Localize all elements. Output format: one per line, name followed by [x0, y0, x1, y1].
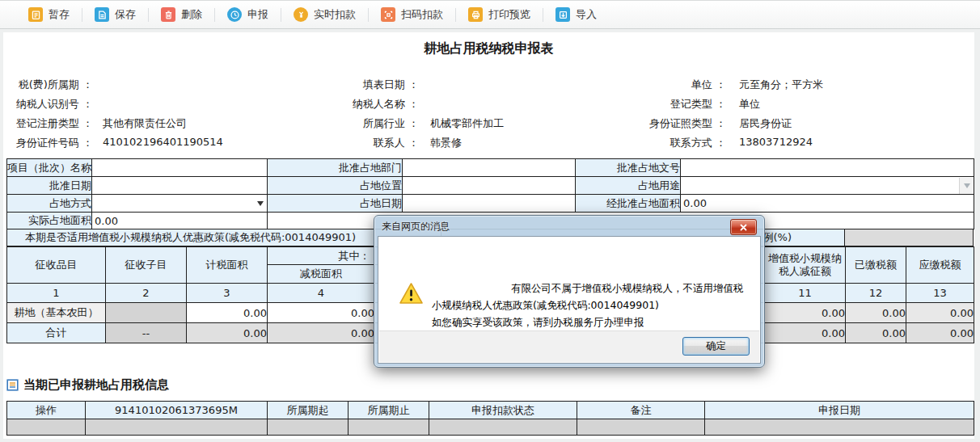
toolbar-button-label: 导入	[576, 7, 597, 22]
col-header-vat-reduction: 增值税小规模纳税人减征额	[765, 247, 846, 284]
approve-date-input[interactable]	[92, 178, 267, 194]
contact-person-label: 联系人 ：	[262, 136, 419, 150]
toolbar-button-scan-deduct[interactable]: 扫码扣款	[370, 4, 454, 25]
unit-value: 元至角分；平方米	[739, 78, 823, 92]
toolbar-button-save[interactable]: 保存	[84, 4, 146, 25]
dialog-message-line: 有限公司不属于增值税小规模纳税人，不适用增值税	[432, 280, 744, 297]
approve-dept-input[interactable]	[403, 160, 575, 176]
print-preview-icon	[468, 7, 483, 22]
unit-label: 单位 ：	[561, 78, 726, 92]
delete-icon	[161, 7, 175, 22]
toolbar-button-declare[interactable]: 申报	[217, 4, 279, 25]
ok-button[interactable]: 确定	[682, 337, 750, 356]
land-use-label: 占地用途	[576, 177, 681, 195]
col-num-12: 12	[846, 284, 906, 303]
toolbar-separator	[214, 8, 215, 22]
land-location-input[interactable]	[403, 178, 575, 194]
dialog-footer: 确定	[379, 330, 759, 362]
approve-doc-no-label: 批准占地文号	[576, 159, 681, 177]
taxable-area-cell[interactable]: 0.00	[187, 303, 268, 323]
col-header-paid: 已缴税额	[846, 247, 906, 284]
vat-reduction-rate-cell	[844, 229, 974, 246]
land-use-select[interactable]	[681, 178, 974, 194]
realtime-deduct-icon	[294, 7, 308, 22]
id-number-value: 410102196401190514	[103, 136, 223, 148]
toolbar-separator	[281, 8, 281, 22]
col-num-1: 1	[7, 284, 106, 303]
payable-tax-cell: 0.00	[906, 303, 974, 323]
import-icon	[555, 7, 570, 22]
project-name-input[interactable]	[92, 160, 267, 176]
approved-area-input[interactable]	[681, 196, 974, 212]
toolbar-button-import[interactable]: 导入	[545, 4, 607, 25]
info-row: 税(费)所属期 ： 填表日期 ： 单位 ：元至角分；平方米	[3, 78, 974, 97]
col-header-payable: 应缴税额	[906, 247, 974, 284]
col-header-item: 征收品目	[7, 247, 106, 284]
approve-doc-no-input[interactable]	[681, 160, 974, 176]
row-name: 合计	[7, 323, 106, 343]
webpage-message-dialog: 来自网页的消息 有限公司不属于增值税小规模纳税人，不适用增值税 小规模纳税人优惠…	[374, 215, 765, 368]
toolbar-separator	[455, 8, 456, 22]
declared-col-taxpayer-id: 91410102061373695M	[86, 402, 268, 419]
dialog-message: 有限公司不属于增值税小规模纳税人，不适用增值税 小规模纳税人优惠政策(减免税代码…	[432, 280, 744, 330]
info-row: 登记注册类型 ：其他有限责任公司 所属行业 ：机械零部件加工 身份证照类型 ：居…	[3, 116, 974, 136]
occupy-method-select[interactable]	[92, 196, 267, 212]
toolbar-button-delete[interactable]: 删除	[150, 4, 213, 25]
declared-empty-row	[7, 419, 974, 436]
toolbar-button-realtime-deduct[interactable]: 实时扣款	[283, 4, 366, 25]
id-card-type-value: 居民身份证	[739, 116, 792, 131]
id-number-label: 身份证件号码 ：	[3, 136, 93, 150]
occupy-method-label: 占地方式	[7, 195, 92, 213]
close-button[interactable]	[730, 219, 757, 235]
toolbar-button-label: 删除	[181, 7, 202, 22]
vat-reduction-total: 0.00	[765, 323, 846, 343]
land-location-label: 占地位置	[268, 177, 403, 195]
toolbar-button-label: 实时扣款	[314, 7, 356, 22]
declared-section-title: 当期已申报耕地占用税信息	[23, 377, 169, 393]
declared-col-period-start: 所属期起	[268, 402, 348, 419]
toolbar-button-label: 申报	[247, 7, 268, 22]
approve-dept-label: 批准占地部门	[268, 159, 403, 177]
declared-table: 操作 91410102061373695M 所属期起 所属期止 申报扣款状态 备…	[6, 401, 974, 436]
occupy-date-input[interactable]	[403, 196, 575, 212]
col-num-2: 2	[106, 284, 187, 303]
save-icon	[95, 7, 109, 22]
toolbar-separator	[82, 8, 82, 22]
fill-date-label: 填表日期 ：	[262, 78, 419, 92]
reduced-area-total: 0.00	[268, 323, 375, 343]
register-category-value: 其他有限责任公司	[103, 116, 187, 131]
dropdown-arrow-icon	[257, 201, 264, 209]
industry-label: 所属行业 ：	[262, 116, 419, 131]
info-row: 纳税人识别号 ： 纳税人名称 ： 登记类型 ：单位	[3, 97, 974, 116]
payable-tax-total: 0.00	[906, 323, 974, 343]
contact-person-value: 韩景修	[430, 136, 462, 150]
toolbar-button-label: 暂存	[49, 7, 70, 22]
industry-value: 机械零部件加工	[430, 116, 504, 131]
dialog-title: 来自网页的消息	[382, 220, 450, 234]
registration-type-value: 单位	[739, 97, 760, 112]
id-card-type-label: 身份证照类型 ：	[561, 116, 726, 131]
col-num-4: 4	[268, 284, 375, 303]
taxable-area-total: 0.00	[187, 323, 268, 343]
col-num-11: 11	[765, 284, 846, 303]
reduced-area-cell[interactable]: 0.00	[268, 303, 375, 323]
temp-save-icon	[28, 7, 43, 22]
paid-tax-cell: 0.00	[846, 303, 906, 323]
col-header-taxable-area: 计税面积	[187, 247, 268, 284]
dialog-message-line: 小规模纳税人优惠政策(减免税代码:0014049901)	[432, 297, 744, 314]
actual-area-label: 实际占地面积	[7, 213, 92, 229]
actual-area-input[interactable]	[92, 213, 267, 229]
warning-icon	[399, 282, 424, 307]
tax-period-label: 税(费)所属期 ：	[3, 78, 93, 92]
col-header-subitem: 征收子目	[106, 247, 187, 284]
contact-phone-value: 13803712924	[739, 136, 813, 148]
form-list-icon	[6, 379, 19, 391]
dialog-message-line: 如您确实享受该政策，请到办税服务厅办理申报	[432, 314, 744, 330]
row-subitem	[106, 303, 187, 323]
toolbar-button-print-preview[interactable]: 打印预览	[458, 4, 541, 25]
row-subitem: --	[106, 323, 187, 343]
project-name-label: 项目（批次）名称	[7, 159, 92, 177]
occupy-date-label: 占地日期	[268, 195, 403, 213]
toolbar-button-temp-save[interactable]: 暂存	[18, 4, 80, 25]
dialog-body: 有限公司不属于增值税小规模纳税人，不适用增值税 小规模纳税人优惠政策(减免税代码…	[378, 236, 761, 364]
